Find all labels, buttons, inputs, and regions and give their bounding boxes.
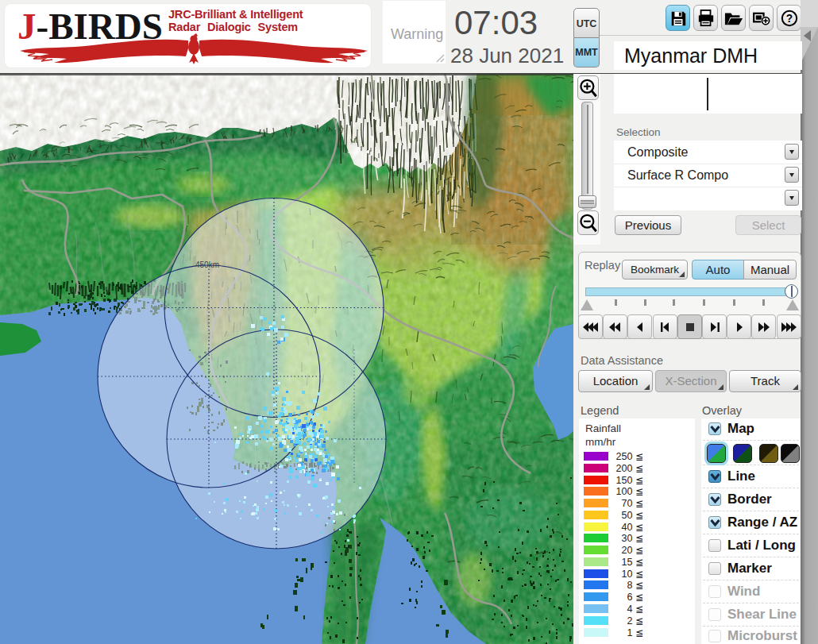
svg-text:?: ? — [785, 13, 792, 25]
svg-text:450km: 450km — [195, 260, 219, 269]
